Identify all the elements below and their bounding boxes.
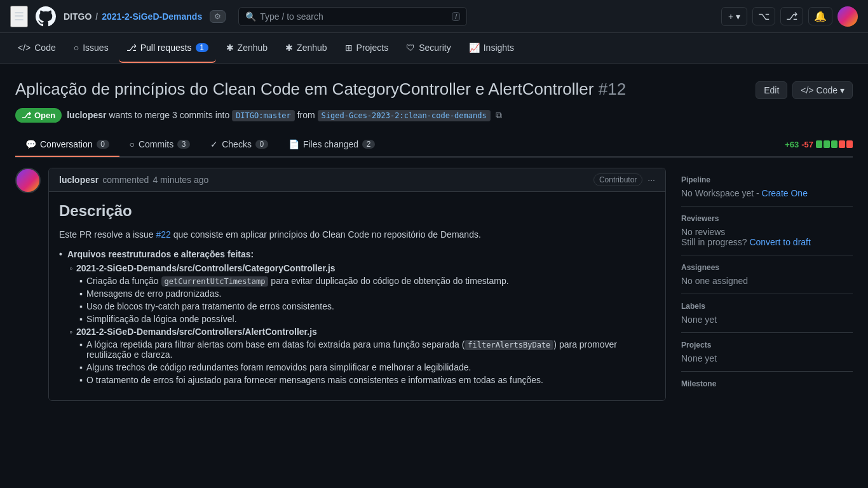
nav-issues[interactable]: ○ Issues bbox=[66, 33, 116, 63]
code-1: getCurrentUtcTimestamp bbox=[161, 276, 269, 287]
section-heading: • Arquivos reestruturados e alterações f… bbox=[59, 249, 655, 259]
settings-icon[interactable]: ⚙ bbox=[210, 10, 226, 23]
nav-code[interactable]: </> Code bbox=[10, 33, 64, 63]
pr-title-text: Aplicação de princípios do Clean Code em… bbox=[15, 79, 593, 98]
still-in-progress: Still in progress? Convert to draft bbox=[681, 237, 853, 247]
commenter-avatar bbox=[15, 168, 41, 193]
code-2: filterAlertsByDate bbox=[465, 340, 553, 350]
create-one-link[interactable]: Create One bbox=[762, 188, 808, 198]
pr-title: Aplicação de princípios do Clean Code em… bbox=[15, 79, 745, 100]
nav-security[interactable]: 🛡 Security bbox=[398, 33, 459, 63]
code-icon-inline: </> bbox=[801, 85, 813, 95]
comment-header-info: luclopesr commented 4 minutes ago bbox=[59, 175, 588, 185]
tab-files-changed[interactable]: 📄 Files changed 2 bbox=[278, 133, 385, 157]
convert-to-draft-link[interactable]: Convert to draft bbox=[749, 237, 811, 247]
change-block-1 bbox=[816, 140, 822, 148]
search-bar[interactable]: 🔍 Type / to search / bbox=[238, 7, 467, 26]
code-button[interactable]: </> Code ▾ bbox=[792, 81, 853, 99]
pr-meta-description: luclopesr wants to merge 3 commits into … bbox=[67, 110, 490, 120]
add-button[interactable]: + ▾ bbox=[721, 7, 747, 26]
open-label: Open bbox=[34, 111, 55, 120]
main-container: Aplicação de princípios do Clean Code em… bbox=[0, 64, 868, 401]
bullet-dot: • bbox=[59, 249, 62, 259]
issues-icon: ○ bbox=[74, 43, 79, 53]
nav-pull-requests[interactable]: ⎇ Pull requests 1 bbox=[119, 33, 216, 63]
content-layout: luclopesr commented 4 minutes ago Contri… bbox=[15, 168, 853, 401]
change-block-3 bbox=[831, 140, 837, 148]
pr-action-text: wants to merge 3 commits into bbox=[109, 110, 232, 120]
change-block-5 bbox=[846, 140, 853, 148]
checks-badge: 0 bbox=[255, 140, 268, 149]
sub-bullet-1: ◦ bbox=[69, 263, 72, 273]
comment-author: luclopesr bbox=[59, 175, 98, 185]
change-2-3: ▪ O tratamento de erros foi ajustado par… bbox=[79, 375, 655, 385]
change-text-1-2: Mensagens de erro padronizadas. bbox=[86, 288, 221, 299]
terminal-button[interactable]: ⌥ bbox=[752, 7, 775, 25]
change-1-4: ▪ Simplificação da lógica onde possível. bbox=[79, 314, 655, 324]
comment-header-right: Contributor ··· bbox=[593, 173, 655, 186]
change-text-2-3: O tratamento de erros foi ajustado para … bbox=[86, 375, 543, 385]
search-placeholder: Type / to search bbox=[260, 11, 448, 22]
pull-requests-badge: 1 bbox=[196, 43, 208, 52]
content-main: luclopesr commented 4 minutes ago Contri… bbox=[15, 168, 666, 401]
nav-zenhub1[interactable]: ✱ Zenhub bbox=[219, 33, 275, 63]
hamburger-menu[interactable]: ☰ bbox=[10, 6, 28, 27]
change-blocks bbox=[816, 140, 853, 148]
file-name-1: ◦ 2021-2-SiGeD-Demands/src/Controllers/C… bbox=[69, 263, 655, 273]
comment-card: luclopesr commented 4 minutes ago Contri… bbox=[48, 168, 666, 401]
comment-action: commented bbox=[102, 175, 149, 185]
nav-projects[interactable]: ⊞ Projects bbox=[337, 33, 397, 63]
edit-button[interactable]: Edit bbox=[756, 81, 787, 99]
change-1-2: ▪ Mensagens de erro padronizadas. bbox=[79, 288, 655, 299]
pipeline-label: Pipeline bbox=[681, 175, 853, 184]
comment-content: Descrição Este PR resolve a issue #22 qu… bbox=[49, 192, 665, 400]
avatar[interactable] bbox=[837, 6, 858, 27]
checks-icon: ✓ bbox=[210, 139, 218, 149]
additions-count: +63 bbox=[785, 140, 799, 149]
file2-changes: ▪ A lógica repetida para filtrar alertas… bbox=[69, 339, 655, 385]
tab-files-changed-label: Files changed bbox=[303, 139, 358, 149]
intro-rest: que consiste em aplicar princípios do Cl… bbox=[171, 229, 481, 240]
projects-label: Projects bbox=[681, 341, 853, 349]
code-dropdown-icon: ▾ bbox=[840, 85, 844, 95]
notifications-button[interactable]: 🔔 bbox=[808, 7, 832, 25]
file-item-1: ◦ 2021-2-SiGeD-Demands/src/Controllers/C… bbox=[69, 263, 655, 324]
tab-checks-label: Checks bbox=[222, 139, 252, 149]
sub-bullet-2: ◦ bbox=[69, 327, 72, 337]
pipeline-value: No Workspace yet - Create One bbox=[681, 188, 853, 198]
sidebar-reviewers: Reviewers No reviews Still in progress? … bbox=[681, 207, 853, 255]
files-list: • Arquivos reestruturados e alterações f… bbox=[59, 249, 655, 385]
git-compare-button[interactable]: ⎇ bbox=[780, 7, 803, 25]
change-block-4 bbox=[839, 140, 845, 148]
security-icon: 🛡 bbox=[406, 43, 415, 53]
tab-checks[interactable]: ✓ Checks 0 bbox=[200, 133, 278, 157]
pr-title-actions: Edit </> Code ▾ bbox=[756, 81, 853, 99]
nav-zenhub1-label: Zenhub bbox=[238, 43, 268, 53]
copy-icon[interactable]: ⧉ bbox=[496, 110, 502, 121]
pr-author-link[interactable]: luclopesr bbox=[67, 110, 106, 120]
comment-menu-button[interactable]: ··· bbox=[648, 175, 655, 185]
change-1-1: ▪ Criação da função getCurrentUtcTimesta… bbox=[79, 276, 655, 286]
repo-name-link[interactable]: 2021-2-SiGeD-Demands bbox=[102, 11, 202, 22]
commits-badge: 3 bbox=[177, 140, 190, 149]
breadcrumb: DITGO / 2021-2-SiGeD-Demands bbox=[64, 11, 202, 22]
contributor-badge: Contributor bbox=[593, 173, 642, 186]
tab-conversation[interactable]: 💬 Conversation 0 bbox=[15, 133, 119, 157]
nav-actions: + ▾ ⌥ ⎇ 🔔 bbox=[721, 6, 858, 27]
nav-insights[interactable]: 📈 Insights bbox=[461, 33, 522, 63]
pr-tabs: 💬 Conversation 0 ○ Commits 3 ✓ Checks 0 … bbox=[15, 133, 853, 158]
change-text-2-2: Alguns trechos de código redundantes for… bbox=[86, 362, 471, 372]
tab-commits[interactable]: ○ Commits 3 bbox=[119, 133, 201, 157]
intro-text: Este PR resolve a issue bbox=[59, 229, 156, 240]
issue-link[interactable]: #22 bbox=[156, 229, 171, 240]
list-item: • Arquivos reestruturados e alterações f… bbox=[59, 249, 655, 385]
nav-zenhub2[interactable]: ✱ Zenhub bbox=[278, 33, 334, 63]
repo-owner-link[interactable]: DITGO bbox=[64, 11, 92, 22]
sidebar-labels: Labels None yet bbox=[681, 294, 853, 333]
sidebar-projects: Projects None yet bbox=[681, 333, 853, 372]
nav-zenhub2-label: Zenhub bbox=[297, 43, 327, 53]
target-branch: DITGO:master bbox=[232, 110, 295, 121]
change-2-2: ▪ Alguns trechos de código redundantes f… bbox=[79, 362, 655, 372]
conversation-icon: 💬 bbox=[25, 139, 36, 149]
source-branch: Siged-Gces-2023-2:clean-code-demands bbox=[318, 110, 491, 121]
